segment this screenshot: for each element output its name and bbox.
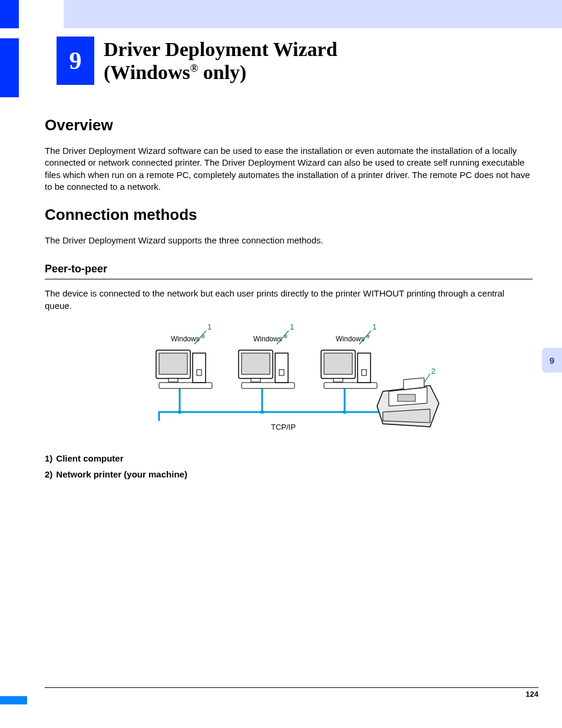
legend-text: Network printer (your machine) — [56, 469, 187, 479]
footer-rule — [45, 687, 538, 688]
top-blue-stripe — [0, 0, 19, 28]
legend-text: Client computer — [56, 453, 123, 463]
svg-point-5 — [343, 410, 346, 414]
chapter-title-line2b: only) — [198, 61, 246, 83]
page-content: Overview The Driver Deployment Wizard so… — [45, 109, 533, 485]
svg-rect-24 — [324, 383, 377, 388]
chapter-title-line1: Driver Deployment Wizard — [104, 38, 338, 60]
svg-rect-17 — [242, 383, 295, 388]
page-number: 124 — [525, 690, 538, 699]
svg-point-3 — [260, 410, 264, 414]
legend-item: 1)Client computer — [45, 453, 533, 463]
connection-body: The Driver Deployment Wizard supports th… — [45, 235, 533, 246]
printer-icon — [377, 378, 439, 427]
pc-icon — [321, 350, 377, 388]
callout-1: 1 — [372, 324, 376, 331]
network-diagram: Windows ® 1 Windows ® 1 — [135, 324, 442, 442]
subsection-rule — [45, 279, 533, 279]
svg-rect-28 — [398, 394, 415, 401]
svg-rect-18 — [275, 353, 288, 383]
peer-heading: Peer-to-peer — [45, 263, 533, 275]
svg-rect-11 — [193, 353, 206, 383]
legend-item: 2)Network printer (your machine) — [45, 469, 533, 479]
svg-rect-15 — [242, 353, 270, 374]
chapter-title-line2a: (Windows — [104, 61, 190, 83]
registered-mark: ® — [190, 62, 198, 74]
svg-point-1 — [178, 410, 181, 414]
peer-body: The device is connected to the network b… — [45, 288, 533, 312]
legend-num: 2) — [45, 469, 52, 479]
pc-label: Windows — [336, 335, 365, 343]
overview-body: The Driver Deployment Wizard software ca… — [45, 145, 533, 193]
connection-heading: Connection methods — [45, 206, 533, 224]
top-light-stripe — [64, 0, 562, 28]
svg-rect-25 — [358, 353, 371, 383]
svg-rect-23 — [333, 378, 343, 382]
legend-num: 1) — [45, 453, 52, 463]
pc-label: Windows — [253, 335, 282, 343]
pc-label: Windows — [171, 335, 200, 343]
overview-heading: Overview — [45, 116, 533, 134]
left-blue-stripe — [0, 38, 19, 97]
pc-icon — [239, 350, 295, 388]
chapter-number-badge: 9 — [57, 37, 94, 85]
svg-rect-16 — [251, 378, 260, 382]
protocol-label: TCP/IP — [271, 423, 296, 431]
callout-1: 1 — [207, 324, 211, 331]
callout-1: 1 — [290, 324, 294, 331]
chapter-number: 9 — [70, 47, 82, 75]
svg-rect-22 — [324, 353, 352, 374]
svg-rect-10 — [159, 383, 212, 388]
callout-2: 2 — [431, 367, 435, 375]
footer-blue-stripe — [0, 696, 27, 704]
pc-icon — [156, 350, 212, 388]
svg-line-29 — [424, 374, 430, 383]
svg-rect-8 — [159, 353, 187, 374]
side-chapter-tab: 9 — [542, 348, 562, 373]
svg-rect-9 — [168, 378, 178, 382]
chapter-title: Driver Deployment Wizard (Windows® only) — [104, 38, 533, 84]
side-tab-number: 9 — [550, 355, 554, 365]
